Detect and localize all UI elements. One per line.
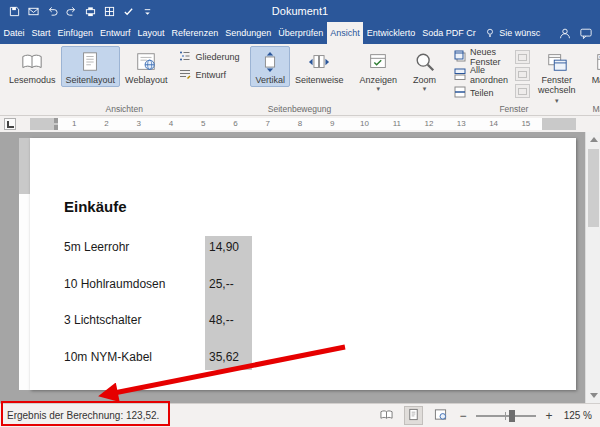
email-icon[interactable]: [27, 5, 39, 17]
read-mode-view-button[interactable]: [377, 406, 396, 425]
tab-selector-icon: [7, 121, 14, 128]
side-to-side-button[interactable]: Seitenweise: [290, 46, 349, 87]
new-window-button[interactable]: Neues Fenster: [452, 49, 510, 64]
macros-label: Makros: [592, 75, 600, 85]
ruler-row: 1 2 3 4 5 6 7 8 9 10 11 12 13 14 15: [0, 116, 600, 132]
views-group-label: Ansichten: [2, 104, 246, 114]
zoom-in-button[interactable]: +: [544, 411, 554, 421]
ruler-number: 11: [381, 118, 413, 130]
zoom-level[interactable]: 125 %: [562, 410, 592, 421]
item-price: 35,62: [209, 350, 239, 364]
customize-quick-access-icon[interactable]: [141, 5, 153, 17]
web-layout-button[interactable]: Weblayout: [120, 46, 172, 87]
scroll-up-icon[interactable]: [586, 132, 600, 147]
tab-start[interactable]: Start: [28, 22, 54, 44]
item-name: 10m NYM-Kabel: [64, 350, 152, 364]
word-window: Dokument1 Datei Start Einfügen Entwurf L…: [0, 0, 600, 427]
view-side-by-side-button[interactable]: [515, 50, 530, 64]
document-page[interactable]: Einkäufe 5m Leerrohr 14,90 10 Hohlraumdo…: [30, 138, 576, 390]
print-layout-button[interactable]: Seitenlayout: [61, 46, 121, 87]
comment-icon[interactable]: [580, 27, 592, 39]
item-name: 3 Lichtschalter: [64, 313, 141, 327]
ribbon-group-views: Lesemodus Seitenlayout Weblayout Glieder…: [2, 44, 246, 115]
tab-sendungen[interactable]: Sendungen: [222, 22, 275, 44]
tab-referenzen[interactable]: Referenzen: [168, 22, 222, 44]
tell-me-box[interactable]: Sie wünsc: [479, 22, 545, 44]
ruler-number: 13: [445, 118, 477, 130]
ruler-number: 1: [58, 118, 90, 130]
macros-button[interactable]: Makros ▾: [587, 46, 600, 95]
web-layout-label: Weblayout: [125, 75, 167, 85]
read-mode-button[interactable]: Lesemodus: [4, 46, 61, 87]
arrange-all-label: Alle anordnen: [470, 65, 508, 85]
window-sync-buttons: [515, 50, 530, 98]
window-group-label: Fenster: [445, 104, 583, 114]
document-heading: Einkäufe: [64, 198, 127, 215]
print-layout-view-icon: [407, 408, 420, 423]
ruler-scale: 1 2 3 4 5 6 7 8 9 10 11 12 13 14 15: [58, 118, 542, 130]
item-price: 48,--: [209, 313, 234, 327]
undo-icon[interactable]: [46, 5, 58, 17]
zoom-slider[interactable]: [476, 409, 536, 423]
switch-windows-button[interactable]: Fenster wechseln ▾: [533, 46, 581, 107]
new-window-label: Neues Fenster: [470, 47, 508, 67]
zoom-label: Zoom: [413, 75, 436, 85]
arrange-all-button[interactable]: Alle anordnen: [452, 67, 510, 82]
print-icon[interactable]: [84, 5, 96, 17]
window-small-buttons: Neues Fenster Alle anordnen Teilen: [452, 49, 510, 100]
ribbon: Lesemodus Seitenlayout Weblayout Glieder…: [0, 44, 600, 116]
item-price: 25,--: [209, 277, 234, 291]
item-name: 10 Hohlraumdosen: [64, 277, 165, 291]
item-price: 14,90: [209, 240, 239, 254]
spellcheck-icon[interactable]: [122, 5, 134, 17]
zoom-out-button[interactable]: −: [458, 411, 468, 421]
tell-me-label: Sie wünsc: [499, 28, 540, 38]
vertical-button[interactable]: Vertikal: [250, 46, 290, 87]
vertical-label: Vertikal: [255, 75, 285, 85]
tab-ansicht[interactable]: Ansicht: [327, 22, 364, 44]
tab-einfuegen[interactable]: Einfügen: [54, 22, 97, 44]
zoom-dropdown-button[interactable]: Zoom ▾: [408, 46, 441, 95]
switch-windows-icon: [546, 49, 568, 75]
tab-entwicklertools[interactable]: Entwicklerto: [363, 22, 419, 44]
synchronous-scrolling-button[interactable]: [515, 67, 530, 81]
outline-label: Gliederung: [195, 52, 239, 62]
tab-layout[interactable]: Layout: [134, 22, 168, 44]
horizontal-ruler[interactable]: 1 2 3 4 5 6 7 8 9 10 11 12 13 14 15: [30, 118, 576, 130]
arrange-all-icon: [454, 68, 466, 82]
read-mode-icon: [21, 49, 43, 75]
scroll-down-icon[interactable]: [586, 388, 600, 403]
tabrow-right-icons: [551, 22, 600, 44]
ruler-number: 5: [187, 118, 219, 130]
signin-avatar-icon[interactable]: [559, 27, 571, 39]
web-layout-view-button[interactable]: [431, 406, 450, 425]
ruler-number: 4: [155, 118, 187, 130]
reset-window-position-button[interactable]: [515, 84, 530, 98]
ruler-number: 15: [510, 118, 542, 130]
show-dropdown-button[interactable]: Anzeigen ▾: [355, 46, 403, 95]
ribbon-group-page-movement: Vertikal Seitenweise Seitenbewegung: [248, 44, 350, 115]
tab-ueberpruefen[interactable]: Überprüfen: [275, 22, 327, 44]
print-layout-view-button[interactable]: [404, 406, 423, 425]
redo-icon[interactable]: [65, 5, 77, 17]
window-title: Dokument1: [272, 5, 328, 17]
web-layout-view-icon: [434, 408, 447, 423]
save-icon[interactable]: [8, 5, 20, 17]
document-area: Einkäufe 5m Leerrohr 14,90 10 Hohlraumdo…: [0, 132, 600, 403]
print-layout-label: Seitenlayout: [66, 75, 116, 85]
tab-datei[interactable]: Datei: [0, 22, 28, 44]
table-icon[interactable]: [103, 5, 115, 17]
zoom-slider-thumb[interactable]: [509, 410, 515, 422]
split-button[interactable]: Teilen: [452, 85, 510, 100]
lightbulb-icon: [484, 27, 496, 39]
scrollbar-thumb[interactable]: [588, 149, 599, 227]
vertical-scrollbar[interactable]: [585, 132, 600, 403]
print-layout-icon: [79, 49, 101, 75]
tab-stop-selector[interactable]: [4, 118, 16, 130]
draft-button[interactable]: Entwurf: [177, 67, 241, 82]
ruler-number: 8: [284, 118, 316, 130]
split-label: Teilen: [470, 88, 494, 98]
tab-entwurf[interactable]: Entwurf: [97, 22, 135, 44]
tab-soda-pdf[interactable]: Soda PDF Cr: [419, 22, 480, 44]
outline-button[interactable]: Gliederung: [177, 49, 241, 64]
